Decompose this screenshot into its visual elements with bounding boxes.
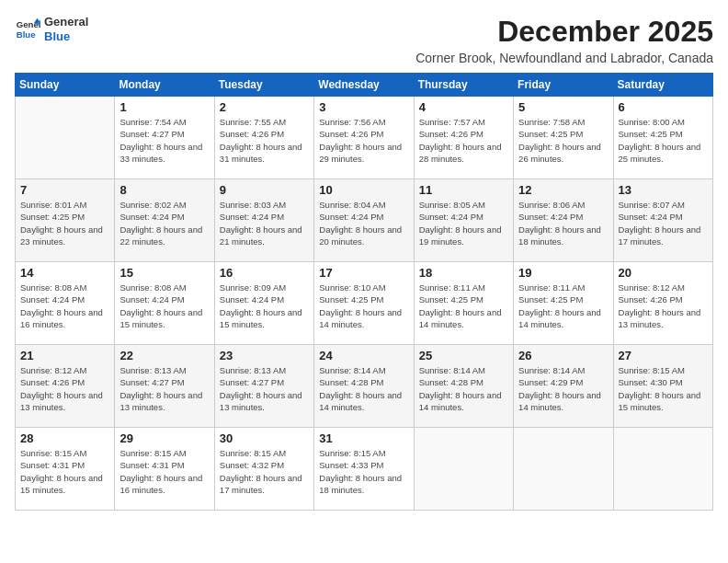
day-info: Sunrise: 7:57 AM Sunset: 4:26 PM Dayligh… — [419, 116, 508, 165]
day-info: Sunrise: 8:12 AM Sunset: 4:26 PM Dayligh… — [20, 364, 109, 413]
table-row: 24Sunrise: 8:14 AM Sunset: 4:28 PM Dayli… — [314, 345, 414, 428]
day-number: 17 — [319, 266, 408, 280]
calendar-week-row: 21Sunrise: 8:12 AM Sunset: 4:26 PM Dayli… — [16, 345, 713, 428]
day-number: 3 — [319, 100, 408, 114]
logo-text-blue: Blue — [44, 29, 88, 44]
day-number: 4 — [419, 100, 508, 114]
day-info: Sunrise: 8:11 AM Sunset: 4:25 PM Dayligh… — [419, 282, 508, 330]
day-info: Sunrise: 8:09 AM Sunset: 4:24 PM Dayligh… — [220, 282, 309, 330]
table-row — [414, 428, 513, 511]
table-row — [613, 428, 712, 511]
day-info: Sunrise: 8:13 AM Sunset: 4:27 PM Dayligh… — [119, 364, 209, 413]
col-friday: Friday — [514, 74, 613, 97]
table-row: 7Sunrise: 8:01 AM Sunset: 4:25 PM Daylig… — [16, 179, 115, 262]
table-row: 1Sunrise: 7:54 AM Sunset: 4:27 PM Daylig… — [115, 97, 214, 179]
day-info: Sunrise: 8:06 AM Sunset: 4:24 PM Dayligh… — [518, 199, 608, 247]
day-info: Sunrise: 7:56 AM Sunset: 4:26 PM Dayligh… — [319, 116, 408, 165]
day-info: Sunrise: 8:03 AM Sunset: 4:24 PM Dayligh… — [220, 199, 309, 247]
day-number: 5 — [518, 100, 608, 114]
day-info: Sunrise: 8:14 AM Sunset: 4:28 PM Dayligh… — [319, 364, 408, 413]
table-row: 10Sunrise: 8:04 AM Sunset: 4:24 PM Dayli… — [314, 179, 414, 262]
header-row: Sunday Monday Tuesday Wednesday Thursday… — [16, 74, 713, 97]
day-number: 13 — [619, 183, 708, 197]
day-info: Sunrise: 8:04 AM Sunset: 4:24 PM Dayligh… — [319, 199, 408, 247]
table-row: 12Sunrise: 8:06 AM Sunset: 4:24 PM Dayli… — [514, 179, 613, 262]
calendar-week-row: 28Sunrise: 8:15 AM Sunset: 4:31 PM Dayli… — [16, 428, 713, 511]
table-row: 18Sunrise: 8:11 AM Sunset: 4:25 PM Dayli… — [414, 262, 513, 345]
day-number: 22 — [119, 349, 209, 362]
table-row: 3Sunrise: 7:56 AM Sunset: 4:26 PM Daylig… — [314, 97, 414, 179]
table-row: 11Sunrise: 8:05 AM Sunset: 4:24 PM Dayli… — [414, 179, 513, 262]
day-info: Sunrise: 8:08 AM Sunset: 4:24 PM Dayligh… — [119, 282, 209, 330]
day-info: Sunrise: 7:58 AM Sunset: 4:25 PM Dayligh… — [518, 116, 608, 165]
table-row: 13Sunrise: 8:07 AM Sunset: 4:24 PM Dayli… — [613, 179, 712, 262]
day-number: 26 — [518, 349, 608, 362]
day-info: Sunrise: 8:00 AM Sunset: 4:25 PM Dayligh… — [619, 116, 708, 165]
table-row: 2Sunrise: 7:55 AM Sunset: 4:26 PM Daylig… — [214, 97, 313, 179]
table-row: 26Sunrise: 8:14 AM Sunset: 4:29 PM Dayli… — [514, 345, 613, 428]
title-area: December 2025 Corner Brook, Newfoundland… — [415, 15, 713, 65]
day-info: Sunrise: 8:13 AM Sunset: 4:27 PM Dayligh… — [220, 364, 309, 413]
day-number: 6 — [619, 100, 708, 114]
table-row: 5Sunrise: 7:58 AM Sunset: 4:25 PM Daylig… — [514, 97, 613, 179]
day-number: 10 — [319, 183, 408, 197]
day-info: Sunrise: 8:11 AM Sunset: 4:25 PM Dayligh… — [518, 282, 608, 330]
table-row: 20Sunrise: 8:12 AM Sunset: 4:26 PM Dayli… — [613, 262, 712, 345]
col-tuesday: Tuesday — [214, 74, 313, 97]
location-subtitle: Corner Brook, Newfoundland and Labrador,… — [415, 51, 713, 65]
table-row: 25Sunrise: 8:14 AM Sunset: 4:28 PM Dayli… — [414, 345, 513, 428]
calendar-week-row: 7Sunrise: 8:01 AM Sunset: 4:25 PM Daylig… — [16, 179, 713, 262]
day-info: Sunrise: 8:07 AM Sunset: 4:24 PM Dayligh… — [619, 199, 708, 247]
table-row: 14Sunrise: 8:08 AM Sunset: 4:24 PM Dayli… — [16, 262, 115, 345]
day-info: Sunrise: 8:05 AM Sunset: 4:24 PM Dayligh… — [419, 199, 508, 247]
day-info: Sunrise: 8:15 AM Sunset: 4:32 PM Dayligh… — [220, 447, 309, 496]
day-info: Sunrise: 8:12 AM Sunset: 4:26 PM Dayligh… — [619, 282, 708, 330]
day-number: 23 — [220, 349, 309, 362]
day-info: Sunrise: 8:15 AM Sunset: 4:30 PM Dayligh… — [619, 364, 708, 413]
day-number: 8 — [119, 183, 209, 197]
calendar-week-row: 1Sunrise: 7:54 AM Sunset: 4:27 PM Daylig… — [16, 97, 713, 179]
col-monday: Monday — [115, 74, 214, 97]
day-info: Sunrise: 8:15 AM Sunset: 4:31 PM Dayligh… — [20, 447, 109, 496]
day-number: 20 — [619, 266, 708, 280]
day-info: Sunrise: 7:54 AM Sunset: 4:27 PM Dayligh… — [119, 116, 209, 165]
table-row: 31Sunrise: 8:15 AM Sunset: 4:33 PM Dayli… — [314, 428, 414, 511]
col-saturday: Saturday — [613, 74, 712, 97]
day-number: 27 — [619, 349, 708, 362]
col-thursday: Thursday — [414, 74, 513, 97]
day-number: 1 — [119, 100, 209, 114]
table-row: 19Sunrise: 8:11 AM Sunset: 4:25 PM Dayli… — [514, 262, 613, 345]
day-number: 28 — [20, 431, 109, 445]
calendar-table: Sunday Monday Tuesday Wednesday Thursday… — [15, 73, 713, 511]
page-wrapper: General Blue General Blue December 2025 … — [15, 15, 713, 511]
day-number: 24 — [319, 349, 408, 362]
col-wednesday: Wednesday — [314, 74, 414, 97]
day-info: Sunrise: 8:01 AM Sunset: 4:25 PM Dayligh… — [20, 199, 109, 247]
logo-text-general: General — [44, 15, 88, 29]
day-number: 30 — [220, 431, 309, 445]
table-row — [16, 97, 115, 179]
table-row: 9Sunrise: 8:03 AM Sunset: 4:24 PM Daylig… — [214, 179, 313, 262]
day-number: 2 — [220, 100, 309, 114]
day-number: 25 — [419, 349, 508, 362]
day-number: 7 — [20, 183, 109, 197]
table-row: 8Sunrise: 8:02 AM Sunset: 4:24 PM Daylig… — [115, 179, 214, 262]
day-info: Sunrise: 8:02 AM Sunset: 4:24 PM Dayligh… — [119, 199, 209, 247]
table-row: 23Sunrise: 8:13 AM Sunset: 4:27 PM Dayli… — [214, 345, 313, 428]
day-number: 29 — [119, 431, 209, 445]
svg-text:Blue: Blue — [17, 29, 36, 39]
table-row: 22Sunrise: 8:13 AM Sunset: 4:27 PM Dayli… — [115, 345, 214, 428]
table-row: 27Sunrise: 8:15 AM Sunset: 4:30 PM Dayli… — [613, 345, 712, 428]
day-number: 19 — [518, 266, 608, 280]
day-number: 15 — [119, 266, 209, 280]
month-title: December 2025 — [415, 15, 713, 49]
logo: General Blue General Blue — [15, 15, 88, 43]
table-row: 15Sunrise: 8:08 AM Sunset: 4:24 PM Dayli… — [115, 262, 214, 345]
day-number: 11 — [419, 183, 508, 197]
table-row: 30Sunrise: 8:15 AM Sunset: 4:32 PM Dayli… — [214, 428, 313, 511]
table-row: 28Sunrise: 8:15 AM Sunset: 4:31 PM Dayli… — [16, 428, 115, 511]
day-info: Sunrise: 7:55 AM Sunset: 4:26 PM Dayligh… — [220, 116, 309, 165]
day-number: 9 — [220, 183, 309, 197]
day-number: 31 — [319, 431, 408, 445]
table-row: 17Sunrise: 8:10 AM Sunset: 4:25 PM Dayli… — [314, 262, 414, 345]
